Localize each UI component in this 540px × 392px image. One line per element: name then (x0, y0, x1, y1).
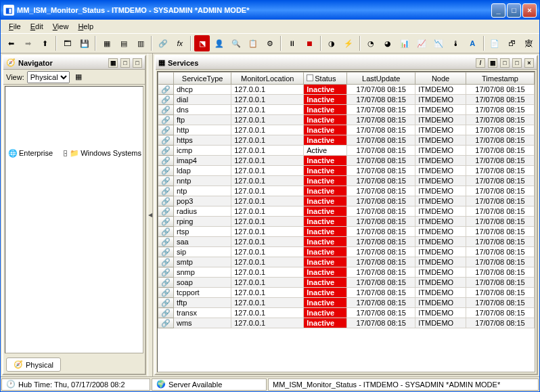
col-servicetype[interactable]: ServiceType (174, 72, 231, 85)
table-row[interactable]: 🔗dial127.0.0.1Inactive17/07/08 08:15ITMD… (158, 95, 535, 105)
close-button[interactable]: × (522, 3, 537, 18)
new-window-button[interactable]: 🗔 (60, 35, 75, 51)
table-row[interactable]: 🔗https127.0.0.1Inactive17/07/08 08:15ITM… (158, 135, 535, 146)
col-status[interactable]: Status (304, 72, 347, 85)
table-row[interactable]: 🔗transx127.0.0.1Inactive17/07/08 08:15IT… (158, 308, 535, 318)
tree-windows-systems[interactable]: Windows Systems (81, 148, 141, 158)
maximize-button[interactable]: □ (507, 3, 521, 18)
link-icon[interactable]: 🔗 (158, 267, 174, 278)
link-icon[interactable]: 🔗 (158, 288, 174, 298)
svc-min-button[interactable]: □ (500, 58, 510, 68)
forward-button[interactable]: ➡ (20, 35, 36, 51)
navigator-tree[interactable]: 🌐Enterprise -📁Windows Systems -🖥ITMDEMO … (5, 86, 143, 353)
table-row[interactable]: 🔗ftp127.0.0.1Inactive17/07/08 08:15ITMDE… (158, 115, 535, 125)
table-row[interactable]: 🔗dhcp127.0.0.1Inactive17/07/08 08:15ITMD… (158, 85, 535, 95)
col-timestamp[interactable]: Timestamp (466, 72, 534, 85)
chart-bar-button[interactable]: 📊 (397, 35, 413, 51)
link-icon[interactable]: 🔗 (158, 115, 174, 125)
table-row[interactable]: 🔗pop3127.0.0.1Inactive17/07/08 08:15ITMD… (158, 196, 535, 206)
link-button[interactable]: 🔗 (155, 35, 171, 51)
physical-tab[interactable]: 🧭 Physical (6, 357, 61, 372)
col-node[interactable]: Node (415, 72, 466, 85)
table-row[interactable]: 🔗tcpport127.0.0.1Inactive17/07/08 08:15I… (158, 288, 535, 298)
link-icon[interactable]: 🔗 (158, 247, 174, 257)
link-icon[interactable]: 🔗 (158, 176, 174, 186)
chart-line-button[interactable]: 📈 (414, 35, 430, 51)
table-row[interactable]: 🔗sip127.0.0.1Inactive17/07/08 08:15ITMDE… (158, 247, 535, 257)
table-row[interactable]: 🔗ntp127.0.0.1Inactive17/07/08 08:15ITMDE… (158, 186, 535, 196)
save-button[interactable]: 💾 (76, 35, 92, 51)
svc-toggle-button[interactable]: / (476, 58, 485, 68)
query-button[interactable]: 🔍 (228, 35, 244, 51)
tree-enterprise[interactable]: Enterprise (19, 148, 53, 158)
nav-max-button[interactable]: □ (133, 58, 142, 68)
agent-button[interactable]: ⚙ (262, 35, 277, 51)
link-icon[interactable]: 🔗 (158, 135, 174, 146)
pause-button[interactable]: ⏸ (284, 35, 300, 51)
table-row[interactable]: 🔗nntp127.0.0.1Inactive17/07/08 08:15ITMD… (158, 176, 535, 186)
notepad-button[interactable]: 📄 (487, 35, 503, 51)
svc-close-button[interactable]: × (524, 58, 534, 68)
svc-max-button[interactable]: □ (512, 58, 522, 68)
link-icon[interactable]: 🔗 (158, 217, 174, 227)
fx-button[interactable]: fx (172, 35, 187, 51)
link-icon[interactable]: 🔗 (158, 227, 174, 237)
history-button[interactable]: 📋 (245, 35, 261, 51)
view-split-button[interactable]: ▥ (133, 35, 148, 51)
link-icon[interactable]: 🔗 (158, 257, 174, 267)
stop-button[interactable]: ⏹ (302, 35, 317, 51)
back-button[interactable]: ⬅ (3, 35, 19, 51)
table-row[interactable]: 🔗dns127.0.0.1Inactive17/07/08 08:15ITMDE… (158, 105, 535, 115)
table-row[interactable]: 🔗imap4127.0.0.1Inactive17/07/08 08:15ITM… (158, 156, 535, 166)
chart-pie2-button[interactable]: ◕ (380, 35, 396, 51)
table-row[interactable]: 🔗snmp127.0.0.1Inactive17/07/08 08:15ITMD… (158, 267, 535, 278)
link-icon[interactable]: 🔗 (158, 125, 174, 135)
splitter-handle[interactable]: ◀ (148, 53, 153, 376)
svc-pin-button[interactable]: ▦ (488, 58, 497, 68)
menu-edit[interactable]: Edit (26, 21, 47, 32)
link-icon[interactable]: 🔗 (158, 308, 174, 318)
link-icon[interactable]: 🔗 (158, 85, 174, 95)
browser-button[interactable]: 🗗 (504, 35, 520, 51)
col-lastupdate[interactable]: LastUpdate (347, 72, 415, 85)
link-icon[interactable]: 🔗 (158, 146, 174, 156)
col-monitorlocation[interactable]: MonitorLocation (231, 72, 304, 85)
action-button[interactable]: ⚡ (341, 35, 357, 51)
view-select[interactable]: Physical (27, 71, 70, 83)
nav-pin-button[interactable]: ▦ (108, 58, 118, 68)
link-icon[interactable]: 🔗 (158, 105, 174, 115)
link-icon[interactable]: 🔗 (158, 298, 174, 308)
table-row[interactable]: 🔗http127.0.0.1Inactive17/07/08 08:15ITMD… (158, 125, 535, 135)
table-row[interactable]: 🔗rtsp127.0.0.1Inactive17/07/08 08:15ITMD… (158, 227, 535, 237)
link-icon[interactable]: 🔗 (158, 95, 174, 105)
link-icon[interactable]: 🔗 (158, 318, 174, 328)
view-config-button[interactable]: ▦ (75, 72, 82, 81)
gauge-button[interactable]: 🌡 (448, 35, 464, 51)
table-row[interactable]: 🔗tftp127.0.0.1Inactive17/07/08 08:15ITMD… (158, 298, 535, 308)
collapse-icon[interactable]: - (64, 150, 67, 156)
nav-min-button[interactable]: □ (120, 58, 130, 68)
link-icon[interactable]: 🔗 (158, 166, 174, 176)
chart-plot-button[interactable]: 📉 (431, 35, 447, 51)
event-button[interactable]: ◑ (324, 35, 340, 51)
table-row[interactable]: 🔗wms127.0.0.1Inactive17/07/08 08:15ITMDE… (158, 318, 535, 328)
table-row[interactable]: 🔗rping127.0.0.1Inactive17/07/08 08:15ITM… (158, 217, 535, 227)
link-icon[interactable]: 🔗 (158, 237, 174, 247)
up-button[interactable]: ⬆ (37, 35, 53, 51)
menu-view[interactable]: View (49, 21, 73, 32)
services-table[interactable]: ServiceTypeMonitorLocationStatusLastUpda… (158, 72, 535, 328)
minimize-button[interactable]: _ (491, 3, 505, 18)
view-table-button[interactable]: ▦ (99, 35, 114, 51)
table-row[interactable]: 🔗icmp127.0.0.1Active17/07/08 08:15ITMDEM… (158, 146, 535, 156)
table-row[interactable]: 🔗radius127.0.0.1Inactive17/07/08 08:15IT… (158, 206, 535, 217)
menu-help[interactable]: Help (74, 21, 97, 32)
situation-button[interactable]: ⬔ (194, 35, 210, 51)
table-row[interactable]: 🔗ldap127.0.0.1Inactive17/07/08 08:15ITMD… (158, 166, 535, 176)
link-icon[interactable]: 🔗 (158, 196, 174, 206)
topology-button[interactable]: 🕸 (521, 35, 537, 51)
chart-pie-button[interactable]: ◔ (363, 35, 379, 51)
link-icon[interactable]: 🔗 (158, 278, 174, 288)
user-button[interactable]: 👤 (211, 35, 227, 51)
link-icon[interactable]: 🔗 (158, 206, 174, 217)
table-row[interactable]: 🔗saa127.0.0.1Inactive17/07/08 08:15ITMDE… (158, 237, 535, 247)
